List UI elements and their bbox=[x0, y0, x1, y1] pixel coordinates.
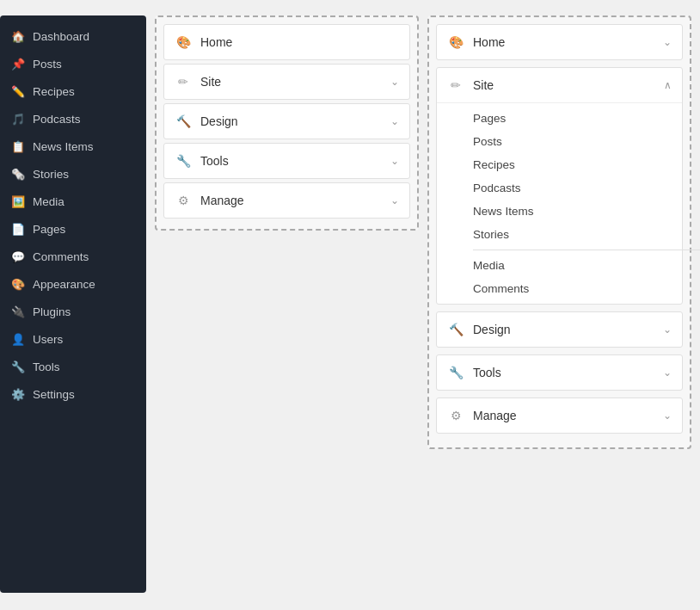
panels-area: 🎨Home✏Site⌄🔨Design⌄🔧Tools⌄⚙Manage⌄ 🎨Home… bbox=[146, 15, 700, 593]
collapsed-tools-label: Tools bbox=[200, 154, 390, 168]
exploded-tools-label: Tools bbox=[473, 366, 663, 379]
sidebar-plugins-label: Plugins bbox=[33, 305, 71, 318]
exploded-view-panel: 🎨Home⌄✏Site∧PagesPostsRecipesPodcastsNew… bbox=[427, 15, 691, 593]
sidebar-item-stories[interactable]: 🗞️Stories bbox=[0, 160, 146, 188]
sidebar-appearance-icon: 🎨 bbox=[10, 276, 26, 292]
collapsed-tools-icon: 🔧 bbox=[175, 152, 192, 169]
sidebar-pages-label: Pages bbox=[33, 223, 65, 236]
sidebar-posts-icon: 📌 bbox=[10, 56, 26, 71]
sidebar-users-icon: 👤 bbox=[10, 331, 26, 347]
exploded-design-chevron-icon: ⌄ bbox=[663, 323, 672, 336]
exploded-site-chevron-icon: ∧ bbox=[664, 79, 672, 91]
current-sidebar: 🏠Dashboard📌Posts✏️Recipes🎵Podcasts📋News … bbox=[0, 15, 146, 593]
collapsed-site-icon: ✏ bbox=[175, 73, 192, 90]
collapsed-item-manage[interactable]: ⚙Manage⌄ bbox=[163, 182, 410, 219]
exploded-child-media[interactable]: Media bbox=[473, 254, 682, 277]
collapsed-manage-chevron-icon: ⌄ bbox=[390, 194, 399, 206]
sidebar-podcasts-icon: 🎵 bbox=[10, 111, 26, 126]
collapsed-item-tools[interactable]: 🔧Tools⌄ bbox=[163, 143, 410, 179]
exploded-dashed-box: 🎨Home⌄✏Site∧PagesPostsRecipesPodcastsNew… bbox=[427, 15, 691, 449]
collapsed-item-home[interactable]: 🎨Home bbox=[163, 24, 410, 60]
exploded-child-pages[interactable]: Pages bbox=[473, 107, 682, 130]
exploded-site-children: PagesPostsRecipesPodcastsNews ItemsStori… bbox=[437, 102, 682, 304]
exploded-design-icon: 🔨 bbox=[447, 321, 464, 338]
exploded-child-stories[interactable]: Stories bbox=[473, 223, 682, 246]
collapsed-site-label: Site bbox=[200, 75, 390, 89]
exploded-header-home[interactable]: 🎨Home⌄ bbox=[437, 25, 682, 59]
exploded-header-manage[interactable]: ⚙Manage⌄ bbox=[437, 398, 682, 433]
sidebar-item-users[interactable]: 👤Users bbox=[0, 325, 146, 353]
collapsed-manage-icon: ⚙ bbox=[175, 192, 192, 209]
exploded-header-site[interactable]: ✏Site∧ bbox=[437, 68, 682, 102]
sidebar-users-label: Users bbox=[33, 333, 63, 346]
sidebar-item-recipes[interactable]: ✏️Recipes bbox=[0, 77, 146, 105]
collapsed-view-panel: 🎨Home✏Site⌄🔨Design⌄🔧Tools⌄⚙Manage⌄ bbox=[155, 15, 419, 593]
collapsed-design-chevron-icon: ⌄ bbox=[390, 115, 399, 127]
sidebar-settings-label: Settings bbox=[33, 388, 75, 401]
sidebar-item-comments[interactable]: 💬Comments bbox=[0, 243, 146, 270]
exploded-child-posts[interactable]: Posts bbox=[473, 130, 682, 153]
exploded-home-icon: 🎨 bbox=[447, 34, 464, 51]
sidebar-news-items-label: News Items bbox=[33, 140, 94, 153]
sidebar-posts-label: Posts bbox=[33, 58, 62, 71]
exploded-child-news-items[interactable]: News Items bbox=[473, 200, 682, 223]
sidebar-comments-label: Comments bbox=[33, 250, 89, 263]
collapsed-item-site[interactable]: ✏Site⌄ bbox=[163, 64, 410, 100]
exploded-child-comments[interactable]: Comments bbox=[473, 277, 682, 300]
exploded-site-divider bbox=[473, 250, 700, 250]
sidebar-item-tools[interactable]: 🔧Tools bbox=[0, 353, 146, 380]
exploded-site-icon: ✏ bbox=[447, 77, 464, 94]
sidebar-item-pages[interactable]: 📄Pages bbox=[0, 215, 146, 243]
collapsed-item-design[interactable]: 🔨Design⌄ bbox=[163, 103, 410, 139]
sidebar-item-dashboard[interactable]: 🏠Dashboard bbox=[0, 22, 146, 50]
exploded-manage-icon: ⚙ bbox=[447, 407, 464, 424]
exploded-header-design[interactable]: 🔨Design⌄ bbox=[437, 312, 682, 347]
exploded-section-site: ✏Site∧PagesPostsRecipesPodcastsNews Item… bbox=[436, 67, 683, 305]
sidebar-media-icon: 🖼️ bbox=[10, 194, 26, 209]
exploded-tools-icon: 🔧 bbox=[447, 364, 464, 381]
sidebar-item-appearance[interactable]: 🎨Appearance bbox=[0, 270, 146, 298]
collapsed-dashed-box: 🎨Home✏Site⌄🔨Design⌄🔧Tools⌄⚙Manage⌄ bbox=[155, 15, 419, 231]
collapsed-site-chevron-icon: ⌄ bbox=[390, 76, 399, 88]
sidebar-media-label: Media bbox=[33, 195, 64, 208]
exploded-home-label: Home bbox=[473, 35, 663, 49]
exploded-manage-chevron-icon: ⌄ bbox=[663, 410, 672, 422]
sidebar-dashboard-label: Dashboard bbox=[33, 30, 89, 43]
sidebar-recipes-icon: ✏️ bbox=[10, 83, 26, 99]
sidebar-pages-icon: 📄 bbox=[10, 221, 26, 237]
exploded-site-label: Site bbox=[473, 78, 664, 92]
sidebar-stories-label: Stories bbox=[33, 168, 69, 181]
exploded-section-home: 🎨Home⌄ bbox=[436, 24, 683, 60]
sidebar-tools-icon: 🔧 bbox=[10, 359, 26, 374]
exploded-child-recipes[interactable]: Recipes bbox=[473, 153, 682, 176]
collapsed-manage-label: Manage bbox=[200, 194, 390, 207]
collapsed-home-label: Home bbox=[200, 35, 399, 49]
sidebar-item-media[interactable]: 🖼️Media bbox=[0, 188, 146, 215]
sidebar-podcasts-label: Podcasts bbox=[33, 113, 81, 126]
sidebar-news-items-icon: 📋 bbox=[10, 139, 26, 154]
sidebar-settings-icon: ⚙️ bbox=[10, 386, 26, 402]
exploded-manage-label: Manage bbox=[473, 409, 663, 422]
sidebar-dashboard-icon: 🏠 bbox=[10, 28, 26, 44]
exploded-child-podcasts[interactable]: Podcasts bbox=[473, 176, 682, 200]
collapsed-design-icon: 🔨 bbox=[175, 113, 192, 130]
sidebar-item-plugins[interactable]: 🔌Plugins bbox=[0, 298, 146, 325]
exploded-tools-chevron-icon: ⌄ bbox=[663, 367, 672, 379]
exploded-header-tools[interactable]: 🔧Tools⌄ bbox=[437, 355, 682, 390]
collapsed-design-label: Design bbox=[200, 114, 390, 128]
exploded-section-design: 🔨Design⌄ bbox=[436, 311, 683, 348]
sidebar-tools-label: Tools bbox=[33, 360, 60, 373]
sidebar-stories-icon: 🗞️ bbox=[10, 166, 26, 182]
exploded-section-tools: 🔧Tools⌄ bbox=[436, 354, 683, 391]
collapsed-home-icon: 🎨 bbox=[175, 34, 192, 51]
sidebar-recipes-label: Recipes bbox=[33, 85, 75, 98]
exploded-home-chevron-icon: ⌄ bbox=[663, 36, 672, 48]
sidebar-plugins-icon: 🔌 bbox=[10, 304, 26, 319]
sidebar-item-posts[interactable]: 📌Posts bbox=[0, 50, 146, 77]
sidebar-item-news-items[interactable]: 📋News Items bbox=[0, 132, 146, 160]
exploded-section-manage: ⚙Manage⌄ bbox=[436, 397, 683, 434]
sidebar-item-podcasts[interactable]: 🎵Podcasts bbox=[0, 105, 146, 132]
exploded-design-label: Design bbox=[473, 323, 663, 336]
collapsed-tools-chevron-icon: ⌄ bbox=[390, 155, 399, 167]
sidebar-item-settings[interactable]: ⚙️Settings bbox=[0, 380, 146, 408]
